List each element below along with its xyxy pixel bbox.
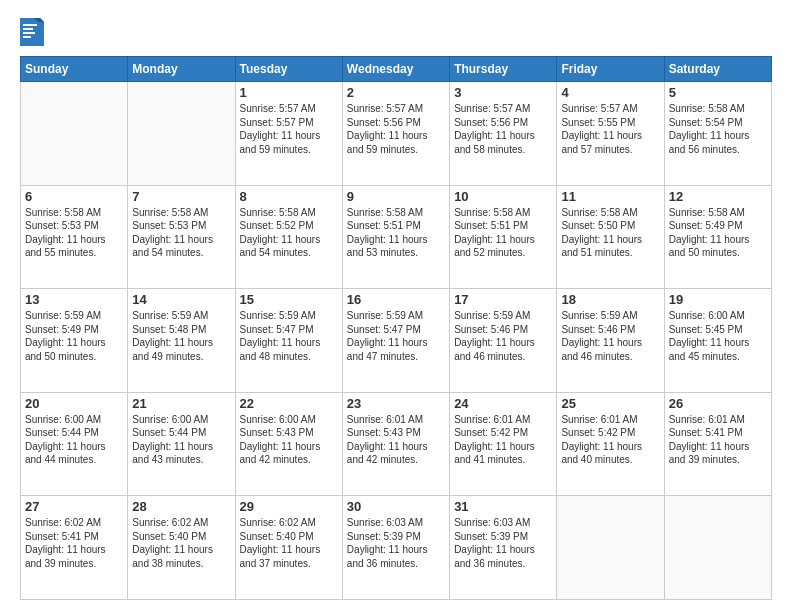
calendar-cell: 29Sunrise: 6:02 AM Sunset: 5:40 PM Dayli… — [235, 496, 342, 600]
weekday-header-tuesday: Tuesday — [235, 57, 342, 82]
day-info: Sunrise: 6:00 AM Sunset: 5:44 PM Dayligh… — [132, 413, 230, 467]
calendar-cell: 25Sunrise: 6:01 AM Sunset: 5:42 PM Dayli… — [557, 392, 664, 496]
calendar-cell: 14Sunrise: 5:59 AM Sunset: 5:48 PM Dayli… — [128, 289, 235, 393]
day-number: 14 — [132, 292, 230, 307]
calendar-cell: 6Sunrise: 5:58 AM Sunset: 5:53 PM Daylig… — [21, 185, 128, 289]
day-info: Sunrise: 5:59 AM Sunset: 5:48 PM Dayligh… — [132, 309, 230, 363]
day-number: 12 — [669, 189, 767, 204]
calendar-cell — [664, 496, 771, 600]
day-number: 1 — [240, 85, 338, 100]
calendar-cell — [21, 82, 128, 186]
calendar-cell — [557, 496, 664, 600]
calendar-cell: 28Sunrise: 6:02 AM Sunset: 5:40 PM Dayli… — [128, 496, 235, 600]
calendar-table: SundayMondayTuesdayWednesdayThursdayFrid… — [20, 56, 772, 600]
logo-icon — [20, 18, 44, 46]
day-info: Sunrise: 6:01 AM Sunset: 5:43 PM Dayligh… — [347, 413, 445, 467]
week-row-4: 20Sunrise: 6:00 AM Sunset: 5:44 PM Dayli… — [21, 392, 772, 496]
day-info: Sunrise: 6:00 AM Sunset: 5:44 PM Dayligh… — [25, 413, 123, 467]
day-info: Sunrise: 5:59 AM Sunset: 5:47 PM Dayligh… — [240, 309, 338, 363]
day-number: 6 — [25, 189, 123, 204]
calendar-cell: 24Sunrise: 6:01 AM Sunset: 5:42 PM Dayli… — [450, 392, 557, 496]
header — [20, 18, 772, 46]
day-number: 27 — [25, 499, 123, 514]
day-info: Sunrise: 6:01 AM Sunset: 5:41 PM Dayligh… — [669, 413, 767, 467]
day-number: 21 — [132, 396, 230, 411]
day-info: Sunrise: 5:58 AM Sunset: 5:50 PM Dayligh… — [561, 206, 659, 260]
calendar-cell: 1Sunrise: 5:57 AM Sunset: 5:57 PM Daylig… — [235, 82, 342, 186]
weekday-header-wednesday: Wednesday — [342, 57, 449, 82]
calendar-cell: 4Sunrise: 5:57 AM Sunset: 5:55 PM Daylig… — [557, 82, 664, 186]
calendar-cell: 21Sunrise: 6:00 AM Sunset: 5:44 PM Dayli… — [128, 392, 235, 496]
day-info: Sunrise: 5:58 AM Sunset: 5:53 PM Dayligh… — [132, 206, 230, 260]
day-info: Sunrise: 6:00 AM Sunset: 5:45 PM Dayligh… — [669, 309, 767, 363]
day-number: 19 — [669, 292, 767, 307]
day-number: 28 — [132, 499, 230, 514]
day-info: Sunrise: 5:57 AM Sunset: 5:57 PM Dayligh… — [240, 102, 338, 156]
calendar-cell: 23Sunrise: 6:01 AM Sunset: 5:43 PM Dayli… — [342, 392, 449, 496]
week-row-2: 6Sunrise: 5:58 AM Sunset: 5:53 PM Daylig… — [21, 185, 772, 289]
day-number: 24 — [454, 396, 552, 411]
calendar-cell: 30Sunrise: 6:03 AM Sunset: 5:39 PM Dayli… — [342, 496, 449, 600]
day-number: 17 — [454, 292, 552, 307]
svg-rect-4 — [23, 32, 35, 34]
day-number: 20 — [25, 396, 123, 411]
day-info: Sunrise: 6:02 AM Sunset: 5:41 PM Dayligh… — [25, 516, 123, 570]
day-number: 22 — [240, 396, 338, 411]
day-number: 30 — [347, 499, 445, 514]
day-info: Sunrise: 6:03 AM Sunset: 5:39 PM Dayligh… — [347, 516, 445, 570]
calendar-cell: 17Sunrise: 5:59 AM Sunset: 5:46 PM Dayli… — [450, 289, 557, 393]
day-info: Sunrise: 5:58 AM Sunset: 5:51 PM Dayligh… — [347, 206, 445, 260]
calendar-cell — [128, 82, 235, 186]
day-number: 4 — [561, 85, 659, 100]
calendar-cell: 22Sunrise: 6:00 AM Sunset: 5:43 PM Dayli… — [235, 392, 342, 496]
weekday-header-friday: Friday — [557, 57, 664, 82]
day-info: Sunrise: 5:59 AM Sunset: 5:46 PM Dayligh… — [561, 309, 659, 363]
day-number: 2 — [347, 85, 445, 100]
day-number: 16 — [347, 292, 445, 307]
day-number: 8 — [240, 189, 338, 204]
day-info: Sunrise: 5:58 AM Sunset: 5:53 PM Dayligh… — [25, 206, 123, 260]
calendar-cell: 11Sunrise: 5:58 AM Sunset: 5:50 PM Dayli… — [557, 185, 664, 289]
day-number: 3 — [454, 85, 552, 100]
day-info: Sunrise: 5:58 AM Sunset: 5:52 PM Dayligh… — [240, 206, 338, 260]
calendar-cell: 19Sunrise: 6:00 AM Sunset: 5:45 PM Dayli… — [664, 289, 771, 393]
day-number: 10 — [454, 189, 552, 204]
calendar-cell: 20Sunrise: 6:00 AM Sunset: 5:44 PM Dayli… — [21, 392, 128, 496]
day-info: Sunrise: 5:59 AM Sunset: 5:47 PM Dayligh… — [347, 309, 445, 363]
day-info: Sunrise: 5:58 AM Sunset: 5:54 PM Dayligh… — [669, 102, 767, 156]
day-number: 25 — [561, 396, 659, 411]
day-info: Sunrise: 6:02 AM Sunset: 5:40 PM Dayligh… — [132, 516, 230, 570]
calendar-cell: 12Sunrise: 5:58 AM Sunset: 5:49 PM Dayli… — [664, 185, 771, 289]
day-info: Sunrise: 5:59 AM Sunset: 5:49 PM Dayligh… — [25, 309, 123, 363]
calendar-cell: 27Sunrise: 6:02 AM Sunset: 5:41 PM Dayli… — [21, 496, 128, 600]
calendar-cell: 10Sunrise: 5:58 AM Sunset: 5:51 PM Dayli… — [450, 185, 557, 289]
day-info: Sunrise: 5:58 AM Sunset: 5:51 PM Dayligh… — [454, 206, 552, 260]
calendar-cell: 13Sunrise: 5:59 AM Sunset: 5:49 PM Dayli… — [21, 289, 128, 393]
day-number: 26 — [669, 396, 767, 411]
day-info: Sunrise: 5:58 AM Sunset: 5:49 PM Dayligh… — [669, 206, 767, 260]
calendar-cell: 8Sunrise: 5:58 AM Sunset: 5:52 PM Daylig… — [235, 185, 342, 289]
week-row-5: 27Sunrise: 6:02 AM Sunset: 5:41 PM Dayli… — [21, 496, 772, 600]
day-number: 11 — [561, 189, 659, 204]
weekday-header-sunday: Sunday — [21, 57, 128, 82]
day-number: 5 — [669, 85, 767, 100]
svg-rect-2 — [23, 24, 37, 26]
day-number: 18 — [561, 292, 659, 307]
calendar-cell: 5Sunrise: 5:58 AM Sunset: 5:54 PM Daylig… — [664, 82, 771, 186]
day-info: Sunrise: 6:01 AM Sunset: 5:42 PM Dayligh… — [454, 413, 552, 467]
day-info: Sunrise: 6:03 AM Sunset: 5:39 PM Dayligh… — [454, 516, 552, 570]
day-number: 29 — [240, 499, 338, 514]
weekday-header-monday: Monday — [128, 57, 235, 82]
day-number: 31 — [454, 499, 552, 514]
day-number: 23 — [347, 396, 445, 411]
calendar-cell: 2Sunrise: 5:57 AM Sunset: 5:56 PM Daylig… — [342, 82, 449, 186]
day-number: 9 — [347, 189, 445, 204]
calendar-cell: 31Sunrise: 6:03 AM Sunset: 5:39 PM Dayli… — [450, 496, 557, 600]
calendar-cell: 3Sunrise: 5:57 AM Sunset: 5:56 PM Daylig… — [450, 82, 557, 186]
svg-rect-5 — [23, 36, 31, 38]
day-info: Sunrise: 5:57 AM Sunset: 5:55 PM Dayligh… — [561, 102, 659, 156]
calendar-cell: 7Sunrise: 5:58 AM Sunset: 5:53 PM Daylig… — [128, 185, 235, 289]
day-info: Sunrise: 5:57 AM Sunset: 5:56 PM Dayligh… — [347, 102, 445, 156]
logo — [20, 18, 46, 46]
day-info: Sunrise: 6:01 AM Sunset: 5:42 PM Dayligh… — [561, 413, 659, 467]
